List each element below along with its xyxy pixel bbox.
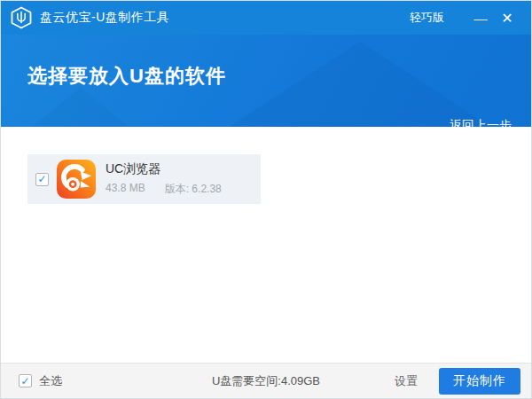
- software-item-uc-browser[interactable]: ✓: [27, 154, 261, 204]
- header-decor-triangle: [1, 88, 214, 127]
- edition-badge: 轻巧版: [410, 10, 444, 26]
- select-all-checkbox: ✓: [19, 374, 32, 387]
- wizard-header: 选择要放入U盘的软件 3 ← 返回上一步: [1, 35, 531, 127]
- settings-link[interactable]: 设置: [395, 373, 418, 389]
- back-link-label: 返回上一步: [450, 118, 512, 127]
- select-all-label: 全选: [39, 373, 62, 389]
- app-logo-icon: [10, 6, 33, 29]
- software-name: UC浏览器: [106, 161, 222, 177]
- close-button[interactable]: ✕: [494, 5, 520, 30]
- back-arrow-icon: ←: [431, 119, 444, 128]
- software-size: 43.8 MB: [106, 182, 145, 197]
- software-list: ✓: [1, 127, 531, 363]
- app-title: 盘云优宝-U盘制作工具: [40, 10, 169, 26]
- software-version: 版本: 6.2.38: [165, 182, 222, 197]
- app-window: 盘云优宝-U盘制作工具 轻巧版 — ✕ 选择要放入U盘的软件 3 ← 返回上一步…: [0, 0, 532, 399]
- back-link[interactable]: ← 返回上一步: [431, 118, 512, 127]
- page-title: 选择要放入U盘的软件: [27, 63, 226, 90]
- select-all-toggle[interactable]: ✓ 全选: [19, 373, 62, 389]
- uc-browser-icon: [56, 159, 97, 200]
- software-item-checkbox[interactable]: ✓: [35, 173, 49, 186]
- minimize-button[interactable]: —: [467, 5, 494, 30]
- title-bar: 盘云优宝-U盘制作工具 轻巧版 — ✕: [1, 1, 531, 35]
- footer-bar: ✓ 全选 U盘需要空间:4.09GB 设置 开始制作: [1, 363, 531, 398]
- start-create-button[interactable]: 开始制作: [439, 368, 520, 395]
